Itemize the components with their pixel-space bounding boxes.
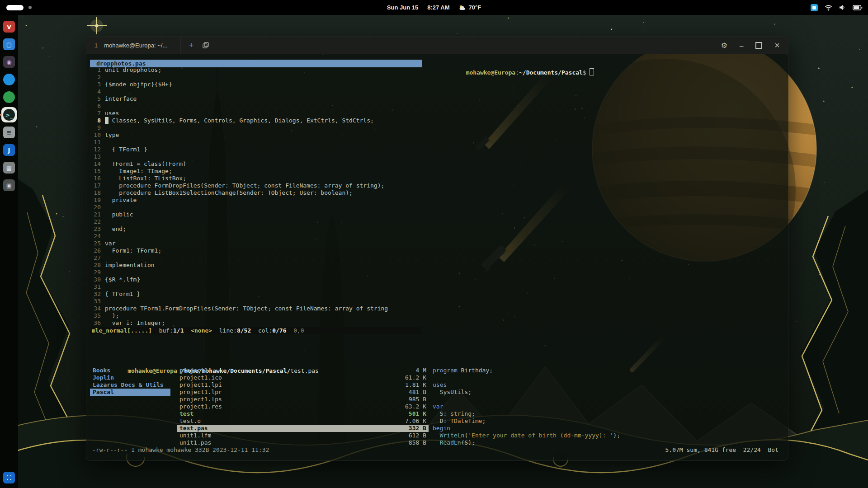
red-browser-app-icon[interactable]: V	[1, 19, 17, 34]
code-line[interactable]: 15 Image1: TImage;	[90, 168, 422, 175]
code-line[interactable]: 9	[90, 124, 422, 131]
workspace-indicator-active[interactable]	[6, 5, 24, 10]
file-name: unit1.pas	[179, 439, 211, 446]
file-item[interactable]: project1.ico61.2 K	[177, 374, 429, 381]
code-line[interactable]: 10type	[90, 131, 422, 139]
code-line[interactable]: 34procedure TForm1.FormDropFiles(Sender:…	[90, 305, 422, 312]
code-line[interactable]: 12 { TForm1 }	[90, 146, 422, 153]
drive-app-icon[interactable]: ≡	[1, 125, 17, 140]
wifi-icon[interactable]	[825, 5, 832, 11]
file-item[interactable]: test.pas332 B	[177, 425, 429, 432]
token: TDateTime	[450, 418, 482, 424]
code-line[interactable]: 7uses	[90, 110, 422, 117]
dir-item[interactable]: Pascal	[90, 389, 170, 396]
code-line[interactable]: 1unit dropphotos;	[90, 66, 422, 74]
token: ReadLn	[440, 439, 461, 446]
code-line[interactable]: 11	[90, 139, 422, 146]
volume-icon[interactable]	[839, 5, 846, 10]
show-apps-button[interactable]	[3, 472, 15, 483]
code-line[interactable]: 36 var i: Integer;	[90, 319, 422, 327]
line-number: 35	[90, 312, 101, 319]
line-number: 28	[90, 262, 101, 269]
editor-code-area[interactable]: 1unit dropphotos;23{$mode objfpc}{$H+}45…	[90, 66, 422, 327]
file-item[interactable]: project1.lps985 B	[177, 396, 429, 403]
code-line[interactable]: 22	[90, 218, 422, 225]
dir-item[interactable]: Joplin	[90, 374, 170, 381]
settings-gear-button[interactable]: ⚙	[721, 41, 727, 50]
code-line[interactable]: 8 Classes, SysUtils, Forms, Controls, Gr…	[90, 117, 422, 124]
code-line[interactable]: 3{$mode objfpc}{$H+}	[90, 81, 422, 88]
status-icon-blue[interactable]	[811, 4, 818, 11]
line-number: 24	[90, 233, 101, 240]
code-line[interactable]: 16 ListBox1: TListBox;	[90, 175, 422, 182]
token	[433, 439, 440, 446]
terminal-app-icon[interactable]: >_	[1, 107, 17, 122]
line-number: 26	[90, 247, 101, 254]
code-line[interactable]: 30{$R *.lfm}	[90, 276, 422, 283]
code-line[interactable]: 18 procedure ListBox1SelectionChange(Sen…	[90, 189, 422, 197]
file-item[interactable]: unit1.lfm612 B	[177, 432, 429, 439]
code-line[interactable]: 19 private	[90, 197, 422, 204]
line-number: 27	[90, 254, 101, 262]
code-line[interactable]: 17 procedure FormDropFiles(Sender: TObje…	[90, 182, 422, 189]
joplin-notes-app-icon[interactable]: J	[1, 142, 17, 158]
file-item[interactable]: project1.res63.2 K	[177, 403, 429, 410]
file-size: 985 B	[409, 396, 426, 403]
dir-item[interactable]: Books	[90, 367, 170, 374]
code-line[interactable]: 21 public	[90, 211, 422, 218]
file-name: project1.res	[179, 403, 222, 410]
close-button[interactable]: ×	[774, 41, 780, 50]
file-size: 63.2 K	[405, 403, 426, 410]
maximize-button[interactable]	[755, 42, 762, 49]
code-line[interactable]: 33	[90, 298, 422, 305]
code-line[interactable]: 4	[90, 88, 422, 95]
preview-line: program Birthday;	[433, 367, 620, 374]
terminal-cursor	[590, 68, 594, 75]
code-line[interactable]: 13	[90, 153, 422, 160]
code-line[interactable]: 20	[90, 204, 422, 211]
blue-square-app-icon[interactable]: ▢	[1, 37, 17, 52]
file-item[interactable]: unit1.pas858 B	[177, 439, 429, 446]
dark-photo-app-icon[interactable]: ◉	[1, 54, 17, 70]
file-item[interactable]: test501 K	[177, 410, 429, 418]
status-segment	[184, 327, 191, 334]
dir-item[interactable]: Lazarus Docs & Utils	[90, 381, 170, 389]
code-line[interactable]: 31	[90, 283, 422, 291]
window-titlebar[interactable]: 1 mohawke@Europa: ~/... + ⚙ – ×	[86, 37, 788, 54]
duplicate-tab-button[interactable]	[203, 42, 209, 48]
line-number: 10	[90, 131, 101, 139]
code-line[interactable]: 25var	[90, 240, 422, 247]
code-line[interactable]: 32{ TForm1 }	[90, 291, 422, 298]
clock-area[interactable]: Sun Jun 15 8:27 AM 70°F	[387, 0, 481, 15]
file-item[interactable]: project1.lpr481 B	[177, 389, 429, 396]
file-item[interactable]: project1.lpi1.81 K	[177, 381, 429, 389]
shell-separator: :	[515, 69, 519, 76]
file-item[interactable]: project14 M	[177, 367, 429, 374]
dark-gray-app-icon[interactable]: ▣	[1, 178, 17, 193]
code-line[interactable]: 6	[90, 103, 422, 110]
line-number: 20	[90, 204, 101, 211]
code-line[interactable]: 29	[90, 269, 422, 276]
gray-app-icon[interactable]: ▦	[1, 160, 17, 175]
code-line[interactable]: 24	[90, 233, 422, 240]
code-line[interactable]: 23 end;	[90, 225, 422, 233]
battery-icon[interactable]	[853, 5, 863, 10]
code-line[interactable]: 27	[90, 254, 422, 262]
minimize-button[interactable]: –	[740, 42, 743, 49]
file-item[interactable]: test.o7.06 K	[177, 418, 429, 425]
blue-sphere-app-icon[interactable]	[1, 72, 17, 87]
token: ;	[482, 418, 486, 424]
green-app-icon[interactable]	[1, 89, 17, 105]
code-line[interactable]: 2	[90, 74, 422, 81]
status-segment: <none>	[191, 327, 212, 334]
code-line[interactable]: 5interface	[90, 95, 422, 103]
new-tab-button[interactable]: +	[189, 40, 193, 50]
code-line[interactable]: 28implementation	[90, 262, 422, 269]
terminal-tab[interactable]: mohawke@Europa: ~/...	[104, 37, 180, 54]
shell-pane[interactable]: mohawke@Europa:~/Documents/Pascal$	[438, 61, 594, 84]
line-number: 32	[90, 291, 101, 298]
code-line[interactable]: 35 );	[90, 312, 422, 319]
code-line[interactable]: 26 Form1: TForm1;	[90, 247, 422, 254]
code-line[interactable]: 14 TForm1 = class(TForm)	[90, 160, 422, 168]
workspace-indicator[interactable]	[28, 6, 32, 9]
